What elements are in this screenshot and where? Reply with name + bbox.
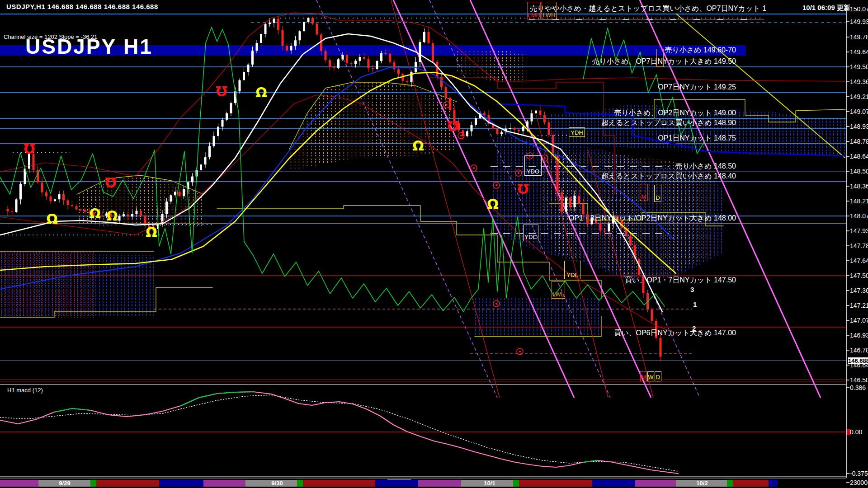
svg-text:Ω: Ω bbox=[216, 83, 227, 99]
chart-canvas[interactable]: ΩΩΩΩΩΩΩΩΩΩΩΩ bbox=[0, 0, 868, 488]
trading-chart-window: ΩΩΩΩΩΩΩΩΩΩΩΩ USDJPY,H1 146.688 146.688 1… bbox=[0, 0, 868, 488]
svg-text:Ω: Ω bbox=[46, 211, 58, 227]
svg-text:Ω: Ω bbox=[146, 224, 157, 240]
svg-text:Ω: Ω bbox=[106, 208, 118, 224]
svg-text:Ω: Ω bbox=[517, 181, 529, 197]
svg-text:Ω: Ω bbox=[105, 174, 117, 190]
svg-text:Ω: Ω bbox=[487, 196, 499, 212]
svg-text:Ω: Ω bbox=[412, 138, 424, 154]
svg-text:Ω: Ω bbox=[447, 118, 459, 134]
svg-text:Ω: Ω bbox=[89, 206, 101, 221]
svg-text:Ω: Ω bbox=[24, 141, 35, 156]
svg-text:Ω: Ω bbox=[255, 84, 267, 100]
